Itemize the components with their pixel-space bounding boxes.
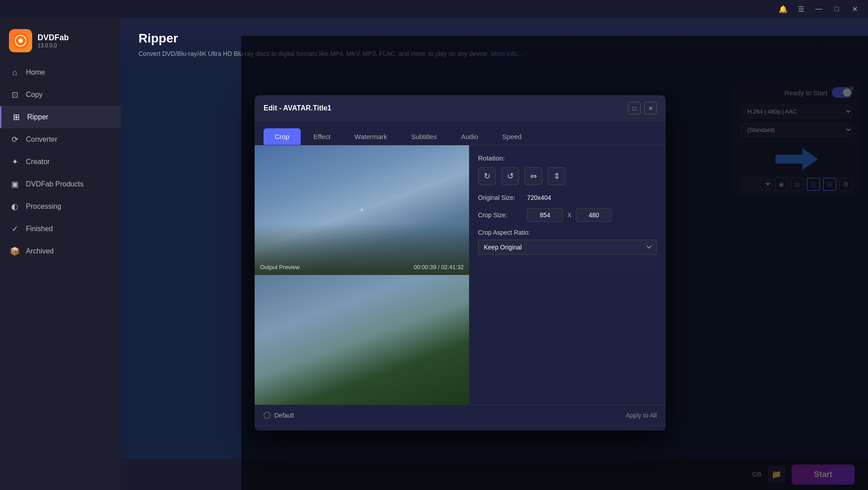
- original-size-label: Original Size:: [478, 194, 523, 201]
- crop-height-input[interactable]: [576, 208, 612, 222]
- close-btn[interactable]: ✕: [846, 0, 864, 18]
- modal-bottom-row: Default Apply to All: [255, 405, 666, 426]
- svg-point-2: [18, 38, 23, 43]
- modal-body: + Output Preview 00:00:39 / 02:41:32 Rot…: [255, 145, 666, 405]
- edit-modal: Edit - AVATAR.Title1 □ ✕ Crop Effect Wat…: [255, 95, 666, 431]
- logo-text: DVDFab 13.0.0.0: [38, 33, 69, 49]
- modal-footer: OK Cancel: [255, 426, 666, 431]
- rotation-buttons: ↻ ↺ ⇔ ⇕: [478, 167, 657, 185]
- home-icon: ⌂: [10, 68, 20, 77]
- tab-effect[interactable]: Effect: [302, 128, 342, 145]
- creator-icon: ✦: [10, 157, 20, 167]
- converter-icon: ⟳: [10, 135, 20, 144]
- crop-x-separator: X: [567, 211, 571, 219]
- rotate-ccw-btn[interactable]: ↺: [501, 167, 519, 185]
- video-timestamp: 00:00:39 / 02:41:32: [414, 264, 464, 270]
- sidebar-item-dvdfab-products[interactable]: ▣ DVDFab Products: [0, 173, 121, 195]
- sidebar-item-home[interactable]: ⌂ Home: [0, 61, 121, 84]
- rotate-cw-btn[interactable]: ↻: [478, 167, 496, 185]
- products-icon: ▣: [10, 179, 20, 189]
- sidebar-item-archived[interactable]: 📦 Archived: [0, 240, 121, 262]
- app-logo: DVDFab 13.0.0.0: [0, 22, 121, 61]
- tab-speed[interactable]: Speed: [491, 128, 533, 145]
- tab-crop[interactable]: Crop: [264, 128, 301, 145]
- tab-subtitles[interactable]: Subtitles: [400, 128, 448, 145]
- sidebar-item-finished[interactable]: ✓ Finished: [0, 218, 121, 240]
- sidebar-label-creator: Creator: [26, 158, 50, 166]
- sidebar-nav: ⌂ Home ⊡ Copy ⊞ Ripper ⟳ Converter ✦ Cre…: [0, 61, 121, 490]
- main-content: Ripper Convert DVD/Blu-ray/4K Ultra HD B…: [121, 18, 868, 490]
- modal-tabs: Crop Effect Watermark Subtitles Audio Sp…: [255, 122, 666, 145]
- logo-icon: [9, 29, 32, 52]
- video-background: +: [255, 145, 469, 275]
- sidebar-label-finished: Finished: [26, 225, 53, 233]
- sidebar-label-copy: Copy: [26, 91, 42, 99]
- section-divider: [478, 264, 657, 264]
- sidebar-label-processing: Processing: [26, 203, 61, 211]
- crop-aspect-ratio-label: Crop Aspect Ratio:: [478, 229, 657, 236]
- flip-h-btn[interactable]: ⇔: [524, 167, 542, 185]
- output-preview-label: Output Preview: [260, 264, 300, 270]
- rotation-label: Rotation:: [478, 154, 657, 162]
- modal-overlay: Edit - AVATAR.Title1 □ ✕ Crop Effect Wat…: [241, 36, 868, 490]
- sidebar-item-converter[interactable]: ⟳ Converter: [0, 128, 121, 151]
- maximize-btn[interactable]: □: [828, 0, 846, 18]
- copy-icon: ⊡: [10, 90, 20, 100]
- radio-circle-icon: [264, 412, 271, 419]
- crop-width-input[interactable]: [527, 208, 563, 222]
- sidebar-label-converter: Converter: [26, 135, 57, 144]
- modal-close-btn[interactable]: ✕: [644, 102, 657, 114]
- original-size-value: 720x404: [527, 194, 551, 201]
- crop-size-label: Crop Size:: [478, 211, 523, 219]
- default-label: Default: [274, 412, 294, 419]
- modal-header: Edit - AVATAR.Title1 □ ✕: [255, 95, 666, 122]
- menu-btn[interactable]: ☰: [792, 0, 810, 18]
- app-name: DVDFab: [38, 33, 69, 42]
- archived-icon: 📦: [10, 246, 20, 256]
- original-size-row: Original Size: 720x404: [478, 194, 657, 201]
- modal-header-buttons: □ ✕: [628, 102, 657, 114]
- crop-aspect-ratio-row: Crop Aspect Ratio: Keep Original: [478, 229, 657, 255]
- modal-title: Edit - AVATAR.Title1: [264, 104, 331, 112]
- minimize-btn[interactable]: —: [810, 0, 828, 18]
- video-bottom-preview: [255, 275, 469, 405]
- video-top-preview: + Output Preview 00:00:39 / 02:41:32: [255, 145, 469, 275]
- titlebar: 🔔 ☰ — □ ✕: [0, 0, 868, 18]
- apply-to-all-button[interactable]: Apply to All: [626, 412, 657, 419]
- crop-controls: Rotation: ↻ ↺ ⇔ ⇕ Original Size: 720x404: [469, 145, 666, 405]
- sidebar-label-products: DVDFab Products: [26, 180, 84, 188]
- modal-maximize-btn[interactable]: □: [628, 102, 641, 114]
- sidebar: DVDFab 13.0.0.0 ⌂ Home ⊡ Copy ⊞ Ripper ⟳…: [0, 18, 121, 490]
- notification-btn[interactable]: 🔔: [774, 0, 792, 18]
- crop-size-row: Crop Size: X: [478, 208, 657, 222]
- tab-audio[interactable]: Audio: [450, 128, 489, 145]
- app-version: 13.0.0.0: [38, 42, 69, 49]
- default-radio[interactable]: Default: [264, 412, 294, 419]
- crop-aspect-ratio-select[interactable]: Keep Original: [478, 240, 657, 255]
- sidebar-item-processing[interactable]: ◐ Processing: [0, 195, 121, 218]
- ripper-icon: ⊞: [11, 112, 21, 122]
- flip-v-btn[interactable]: ⇕: [548, 167, 566, 185]
- sidebar-item-ripper[interactable]: ⊞ Ripper: [0, 106, 121, 128]
- sidebar-item-copy[interactable]: ⊡ Copy: [0, 84, 121, 106]
- sidebar-label-archived: Archived: [26, 247, 54, 255]
- video-preview-section: + Output Preview 00:00:39 / 02:41:32: [255, 145, 469, 405]
- tab-watermark[interactable]: Watermark: [344, 128, 398, 145]
- processing-icon: ◐: [10, 202, 20, 211]
- sidebar-item-creator[interactable]: ✦ Creator: [0, 151, 121, 173]
- sidebar-label-ripper: Ripper: [27, 113, 48, 121]
- crosshair-icon: +: [359, 205, 365, 215]
- finished-icon: ✓: [10, 224, 20, 234]
- sidebar-label-home: Home: [26, 68, 45, 76]
